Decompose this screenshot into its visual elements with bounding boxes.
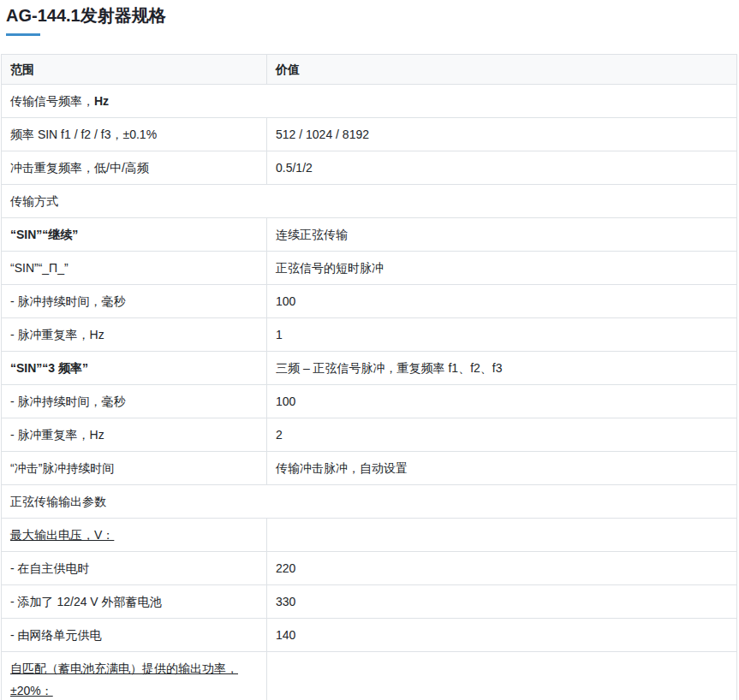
spec-label: - 脉冲持续时间，毫秒 [2,385,267,418]
spec-label: 最大输出电压，V： [2,519,267,552]
spec-label: 冲击重复频率，低/中/高频 [2,151,267,185]
page-header: AG-144.1发射器规格 [0,0,739,36]
spec-label: “SIN”“_П_” [2,252,267,285]
spec-row: “SIN”“3 频率”三频 – 正弦信号脉冲，重复频率 f1、f2、f3 [2,352,737,385]
spec-label: - 添加了 12/24 V 外部蓄电池 [2,585,267,619]
spec-value: 1 [267,318,737,352]
spec-label: - 脉冲重复率，Hz [2,318,267,352]
spec-label: “冲击”脉冲持续时间 [2,452,267,485]
spec-table: 范围 价值 传输信号频率，Hz频率 SIN f1 / f2 / f3，±0.1%… [1,54,737,700]
page-title: AG-144.1发射器规格 [6,5,739,26]
spec-value: 0.5/1/2 [267,151,737,185]
title-accent-line [6,33,40,36]
spec-row: - 在自主供电时220 [2,552,737,585]
spec-value: 2 [267,418,737,452]
spec-row: - 脉冲持续时间，毫秒100 [2,385,737,418]
section-row: 正弦传输输出参数 [2,485,737,519]
spec-value [267,652,737,700]
spec-value [267,519,737,552]
spec-value: 连续正弦传输 [267,218,737,252]
column-header-range: 范围 [2,55,267,85]
spec-row: “SIN”“_П_”正弦信号的短时脉冲 [2,252,737,285]
spec-value: 100 [267,285,737,318]
spec-row: - 脉冲持续时间，毫秒100 [2,285,737,318]
spec-label: 频率 SIN f1 / f2 / f3，±0.1% [2,118,267,151]
spec-value: 220 [267,552,737,585]
spec-table-body: 传输信号频率，Hz频率 SIN f1 / f2 / f3，±0.1%512 / … [2,85,737,700]
spec-row: 自匹配（蓄电池充满电）提供的输出功率，±20%： [2,652,737,700]
spec-row: - 脉冲重复率，Hz2 [2,418,737,452]
spec-label: - 在自主供电时 [2,552,267,585]
spec-label: - 脉冲重复率，Hz [2,418,267,452]
section-row: 传输方式 [2,185,737,218]
spec-value: 100 [267,385,737,418]
spec-row: - 脉冲重复率，Hz1 [2,318,737,352]
spec-value: 140 [267,619,737,652]
spec-label: - 由网络单元供电 [2,619,267,652]
section-label-text: 传输方式 [10,194,58,208]
spec-row: “SIN”“继续”连续正弦传输 [2,218,737,252]
spec-row: 冲击重复频率，低/中/高频0.5/1/2 [2,151,737,185]
spec-label: - 脉冲持续时间，毫秒 [2,285,267,318]
section-label: 传输方式 [2,185,737,218]
spec-row: 频率 SIN f1 / f2 / f3，±0.1%512 / 1024 / 81… [2,118,737,151]
section-label: 传输信号频率，Hz [2,85,737,118]
header-row: 范围 价值 [2,55,737,85]
spec-value: 正弦信号的短时脉冲 [267,252,737,285]
section-label-bold-text: Hz [94,94,109,108]
spec-value: 330 [267,585,737,619]
section-label-text: 传输信号频率， [10,94,94,108]
column-header-value: 价值 [267,55,737,85]
spec-value: 512 / 1024 / 8192 [267,118,737,151]
spec-row: 最大输出电压，V： [2,519,737,552]
spec-row: - 添加了 12/24 V 外部蓄电池330 [2,585,737,619]
section-label-text: 正弦传输输出参数 [10,495,106,508]
spec-value: 传输冲击脉冲，自动设置 [267,452,737,485]
spec-label: 自匹配（蓄电池充满电）提供的输出功率，±20%： [2,652,267,700]
section-row: 传输信号频率，Hz [2,85,737,118]
spec-label: “SIN”“3 频率” [2,352,267,385]
section-label: 正弦传输输出参数 [2,485,737,519]
spec-label: “SIN”“继续” [2,218,267,252]
spec-row: “冲击”脉冲持续时间传输冲击脉冲，自动设置 [2,452,737,485]
spec-value: 三频 – 正弦信号脉冲，重复频率 f1、f2、f3 [267,352,737,385]
spec-table-head: 范围 价值 [2,55,737,85]
spec-row: - 由网络单元供电140 [2,619,737,652]
